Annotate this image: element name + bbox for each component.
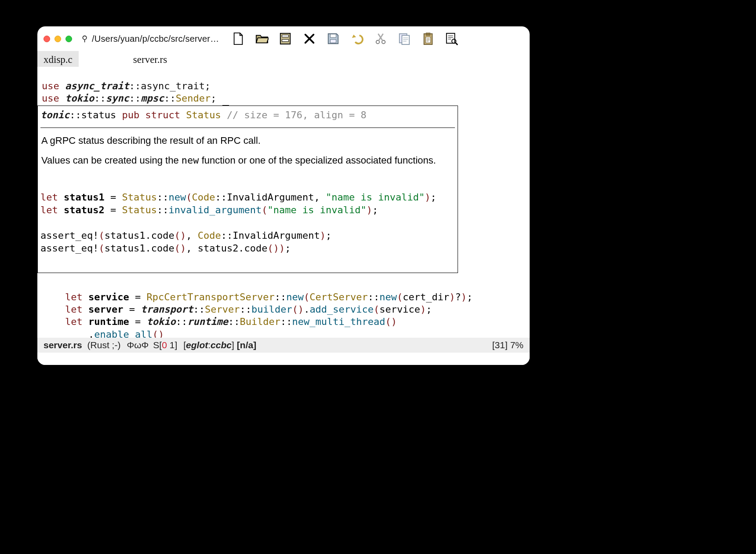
ml-position: [31] 7% <box>492 340 523 350</box>
keyword: struct <box>145 109 186 120</box>
tab-label: server.rs <box>133 54 167 66</box>
divider <box>40 128 455 128</box>
module: tonic <box>40 109 69 120</box>
cut-icon[interactable] <box>374 32 388 46</box>
copy-icon[interactable] <box>397 32 411 46</box>
doc-paragraph: Values can be created using the new func… <box>41 154 454 168</box>
svg-rect-8 <box>402 36 410 45</box>
modeline[interactable]: server.rs (Rust ;-) ΦωΦ S[0 1] [eglot:cc… <box>37 338 530 353</box>
keyword: use <box>42 80 65 91</box>
ml-major-mode: (Rust ;-) <box>87 340 121 350</box>
vc-status-icon: ⚲ <box>82 34 87 44</box>
save-all-icon[interactable] <box>279 32 293 46</box>
svg-rect-1 <box>282 35 289 37</box>
close-window-button[interactable] <box>44 36 50 42</box>
toolbar <box>231 32 459 46</box>
traffic-lights <box>44 36 72 42</box>
comment: // size = 176, align = 8 <box>227 109 367 120</box>
tab-server-rs[interactable]: server.rs <box>127 51 173 67</box>
svg-rect-12 <box>447 33 455 44</box>
module: async_trait <box>65 80 129 91</box>
doc-text: A gRPC status describing the result of a… <box>40 132 455 178</box>
svg-rect-3 <box>331 34 336 38</box>
buffer-tabs: xdisp.c server.rs <box>37 51 530 67</box>
new-file-icon[interactable] <box>231 32 245 46</box>
module: sync <box>106 93 129 104</box>
save-icon[interactable] <box>326 32 340 46</box>
doc-paragraph: A gRPC status describing the result of a… <box>41 134 454 148</box>
emacs-frame: ⚲ /Users/yuan/p/ccbc/src/server… <box>37 26 530 365</box>
type: Status <box>186 109 227 120</box>
ml-buffer-name: server.rs <box>44 340 82 350</box>
tab-label: xdisp.c <box>44 54 73 66</box>
type: Sender <box>176 93 211 104</box>
module: mpsc <box>141 93 164 104</box>
svg-rect-2 <box>282 40 289 42</box>
ml-cat-icon: ΦωΦ <box>127 340 149 350</box>
code-text: ::async_trait; <box>129 80 211 91</box>
open-folder-icon[interactable] <box>255 32 269 46</box>
doc-code-snippet: let status1 = Status::new(Code::InvalidA… <box>40 178 455 267</box>
tab-xdisp-c[interactable]: xdisp.c <box>37 51 79 67</box>
ml-eglot-status: [eglot:ccbc] <box>183 340 234 350</box>
svg-rect-10 <box>426 33 430 36</box>
find-icon[interactable] <box>445 32 459 46</box>
ml-na: [n/a] <box>237 340 256 350</box>
minibuffer[interactable] <box>37 353 530 365</box>
close-icon[interactable] <box>302 32 316 46</box>
titlebar: ⚲ /Users/yuan/p/ccbc/src/server… <box>37 26 530 51</box>
paste-icon[interactable] <box>421 32 435 46</box>
lsp-hover-popup: tonic::status pub struct Status // size … <box>37 106 458 273</box>
keyword: use <box>42 93 65 104</box>
window-title: /Users/yuan/p/ccbc/src/server… <box>92 34 219 44</box>
zoom-window-button[interactable] <box>65 36 72 42</box>
undo-icon[interactable] <box>350 32 364 46</box>
module: tokio <box>65 93 94 104</box>
ml-diagnostics: S[0 1] <box>153 340 177 350</box>
minimize-window-button[interactable] <box>55 36 61 42</box>
keyword: pub <box>122 109 145 120</box>
svg-rect-4 <box>331 40 336 43</box>
